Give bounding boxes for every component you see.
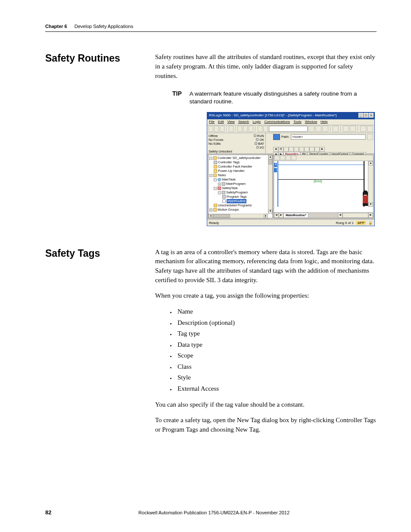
menu-communications[interactable]: Communications xyxy=(264,120,290,124)
verify-icon[interactable] xyxy=(333,126,339,132)
ladder-hscroll-right-icon[interactable]: ► xyxy=(368,213,373,218)
scroll-left-icon[interactable]: ◄ xyxy=(209,214,213,218)
hscroll-thumb[interactable] xyxy=(213,214,230,218)
tree-hscrollbar[interactable]: ◄ ► xyxy=(209,214,268,218)
instr-otu-icon[interactable] xyxy=(309,147,314,152)
redo-icon[interactable] xyxy=(263,126,268,132)
led-run: RUN xyxy=(257,134,264,138)
tree-mainprogram[interactable]: MainProgram xyxy=(226,182,246,186)
window-title-text: RSLogix 5000 - SD_safetycontroller [1756… xyxy=(209,113,336,117)
tip-label: TIP xyxy=(172,90,182,97)
logic-icon[interactable] xyxy=(350,126,356,132)
list-item: Tag type xyxy=(176,328,377,339)
find-prev-icon[interactable] xyxy=(322,126,328,132)
tree-safetyprogram[interactable]: SafetyProgram xyxy=(226,190,248,194)
ladder-tab-prev-icon[interactable]: ► xyxy=(279,213,283,218)
tree-controller-tags[interactable]: Controller Tags xyxy=(218,160,240,164)
path-icon[interactable] xyxy=(273,134,280,140)
search-combo[interactable] xyxy=(269,126,308,132)
safety-routines-text: Safety routines have all the attributes … xyxy=(155,53,377,81)
instr-scroll-right-icon[interactable]: ► xyxy=(320,147,325,152)
minimize-button[interactable]: _ xyxy=(358,113,363,118)
ladder-scroll-up-icon[interactable]: ▲ xyxy=(368,161,373,165)
zoom-out-icon[interactable] xyxy=(367,126,373,132)
menu-search[interactable]: Search xyxy=(238,120,249,124)
open-icon[interactable] xyxy=(214,126,219,132)
status-bar: Ready Rung 0 of 1 APP 🔒 xyxy=(207,219,374,226)
safety-tags-heading: Safety Tags xyxy=(45,248,143,259)
menu-edit[interactable]: Edit xyxy=(218,120,224,124)
status-noedits: No Edits xyxy=(209,142,221,146)
instr-branch-icon[interactable] xyxy=(283,147,289,152)
scroll-up-icon[interactable]: ▲ xyxy=(268,155,272,159)
tree-controller[interactable]: Controller SD_safetycontroller xyxy=(218,156,261,160)
instr-ote-icon[interactable] xyxy=(304,147,309,152)
tree-motion-groups[interactable]: Motion Groups xyxy=(218,208,239,212)
menu-window[interactable]: Window xyxy=(305,120,317,124)
menu-view[interactable]: View xyxy=(227,120,235,124)
ladder-tool-4-icon[interactable] xyxy=(291,156,296,160)
menu-file[interactable]: File xyxy=(209,120,215,124)
find-icon[interactable] xyxy=(308,126,314,132)
toolbar xyxy=(207,125,374,133)
tree-unscheduled[interactable]: Unscheduled Programs xyxy=(218,203,252,207)
ladder-tab-mainroutine[interactable]: MainRoutine* xyxy=(283,213,308,218)
ladder-scroll-down-icon[interactable]: ▼ xyxy=(368,202,373,207)
instr-xic-icon[interactable] xyxy=(294,147,299,152)
path-browse-icon[interactable] xyxy=(367,134,373,140)
path-input[interactable]: <none> xyxy=(291,134,366,140)
copy-icon[interactable] xyxy=(243,126,248,132)
maximize-button[interactable]: □ xyxy=(364,113,368,118)
menu-tools[interactable]: Tools xyxy=(293,120,302,124)
instr-branch2-icon[interactable] xyxy=(289,147,294,152)
tree-vscrollbar[interactable]: ▲ ▼ xyxy=(268,155,272,214)
rung-number-0[interactable]: 0 xyxy=(274,163,277,167)
zoom-in-icon[interactable] xyxy=(360,126,366,132)
chapter-title: Develop Safety Applications xyxy=(75,24,133,29)
tree-safetytask[interactable]: SafetyTask xyxy=(222,186,238,190)
controller-organizer-tree[interactable]: −Controller SD_safetycontroller Controll… xyxy=(208,155,273,218)
scroll-thumb[interactable] xyxy=(268,159,272,165)
props-icon[interactable] xyxy=(343,126,349,132)
led-io: I/O xyxy=(260,146,264,149)
page-header: Chapter 6 Develop Safety Applications xyxy=(45,24,377,32)
path-label: Path: xyxy=(281,135,290,139)
undo-icon[interactable] xyxy=(258,126,262,132)
save-icon[interactable] xyxy=(220,126,224,132)
instr-otl-icon[interactable] xyxy=(314,147,320,152)
print-icon[interactable] xyxy=(229,126,234,132)
instr-scroll-left-icon[interactable]: ◄ xyxy=(273,147,278,152)
menu-help[interactable]: Help xyxy=(321,120,327,124)
tree-program-tags[interactable]: Program Tags xyxy=(227,195,247,199)
tree-maintask[interactable]: MainTask xyxy=(222,177,236,181)
list-item: Style xyxy=(176,372,377,383)
new-icon[interactable] xyxy=(209,126,213,132)
status-offline: Offline xyxy=(209,134,218,138)
rung-e-marker xyxy=(274,168,277,172)
tree-fault-handler[interactable]: Controller Fault Handler xyxy=(218,165,252,168)
instr-xio-icon[interactable] xyxy=(299,147,304,152)
ladder-vscrollbar[interactable]: ▲ ▼ xyxy=(368,161,373,207)
ladder-tab-first-icon[interactable]: ◄ xyxy=(274,213,279,218)
list-item: Scope xyxy=(176,350,377,361)
cut-icon[interactable] xyxy=(237,126,242,132)
scroll-right-icon[interactable]: ► xyxy=(264,214,268,218)
ladder-tool-3-icon[interactable] xyxy=(286,156,291,160)
rung-0-wire[interactable] xyxy=(278,165,364,165)
find-next-icon[interactable] xyxy=(315,126,321,132)
ladder-hscroll-track[interactable] xyxy=(342,213,368,218)
ladder-tool-2-icon[interactable] xyxy=(280,156,285,160)
scroll-down-icon[interactable]: ▼ xyxy=(268,209,272,214)
ladder-hscroll-left-icon[interactable]: ◄ xyxy=(338,213,342,218)
close-button[interactable]: × xyxy=(369,113,374,118)
ladder-editor[interactable]: 0 (End) ▲ ▼ xyxy=(274,155,374,218)
tree-tasks[interactable]: Tasks xyxy=(218,173,226,177)
tree-mainroutine-selected[interactable]: MainRoutine xyxy=(227,199,246,203)
tree-powerup-handler[interactable]: Power-Up Handler xyxy=(218,169,245,173)
instr-rung-icon[interactable]: H xyxy=(278,147,283,152)
menu-logic[interactable]: Logic xyxy=(252,120,261,124)
paste-icon[interactable] xyxy=(249,126,253,132)
ladder-tool-1-icon[interactable] xyxy=(274,156,280,160)
window-title-bar: RSLogix 5000 - SD_safetycontroller [1756… xyxy=(207,112,374,119)
page-number: 82 xyxy=(45,509,51,516)
